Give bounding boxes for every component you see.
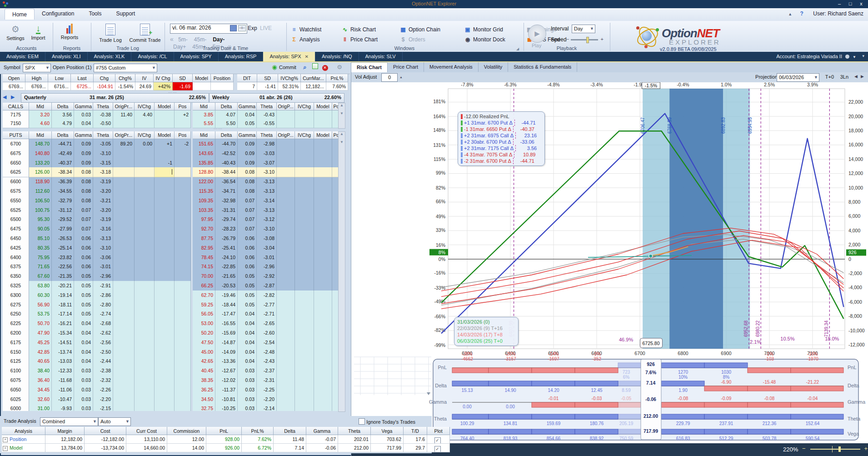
chain-cell[interactable]	[113, 328, 135, 338]
trade-log-button[interactable]: Trade Log	[96, 24, 125, 43]
chain-row-6575[interactable]: 6575112.60-34.550.08-3.20115.35-34.710.0…	[3, 186, 344, 196]
chain-cell[interactable]	[175, 167, 191, 177]
chain-cell[interactable]	[295, 404, 314, 411]
chain-cell[interactable]: -2.91	[93, 281, 113, 291]
chain-cell[interactable]	[135, 253, 155, 263]
chain-cell[interactable]	[175, 119, 191, 128]
chain-row-6325[interactable]: 632563.80-20.210.05-2.9166.25-20.530.05-…	[3, 281, 344, 291]
strike-cell[interactable]: 6225	[3, 319, 29, 329]
chain-cell[interactable]: -14.87	[215, 338, 238, 348]
chain-cell[interactable]: 45.00	[193, 347, 215, 357]
chain-cell[interactable]	[175, 253, 191, 263]
minimize-button[interactable]: –	[834, 0, 844, 7]
chain-cell[interactable]	[113, 319, 135, 329]
chain-cell[interactable]: 0.04	[238, 319, 257, 329]
chain-cell[interactable]	[295, 177, 314, 187]
chain-cell[interactable]	[135, 309, 155, 319]
exp-label[interactable]: Exp	[248, 25, 257, 31]
chain-cell[interactable]: 0.05	[74, 300, 93, 310]
chain-cell[interactable]: -34.71	[215, 186, 238, 196]
analysis-tab-SPX[interactable]: Analysis: SPX✕	[263, 52, 315, 61]
chain-cell[interactable]: 0.06	[238, 234, 257, 244]
chain-cell[interactable]	[155, 149, 175, 159]
windows-button-option-chain[interactable]: ▦Option Chain	[400, 25, 440, 34]
live-label[interactable]: LIVE	[260, 25, 272, 31]
chain-cell[interactable]: 36.25	[193, 385, 215, 395]
chain-cell[interactable]	[155, 119, 175, 128]
chain-cell[interactable]	[295, 262, 314, 272]
chain-cell[interactable]	[277, 234, 295, 244]
chain-cell[interactable]	[113, 347, 135, 357]
chain-cell[interactable]	[277, 338, 295, 348]
chain-cell[interactable]: -18.11	[52, 300, 74, 310]
chain-cell[interactable]	[295, 186, 314, 196]
chain-cell[interactable]	[155, 338, 175, 348]
chain-cell[interactable]: 47.50	[193, 338, 215, 348]
chain-cell[interactable]: -32.98	[215, 196, 238, 206]
chain-cell[interactable]: 87.75	[193, 234, 215, 244]
chain-cell[interactable]	[295, 196, 314, 206]
chain-cell[interactable]: 3.85	[193, 110, 215, 120]
chain-cell[interactable]: -2.38	[93, 366, 113, 376]
chain-cell[interactable]	[314, 356, 332, 366]
chain-cell[interactable]	[155, 309, 175, 319]
chain-row-6175[interactable]: 617545.25-14.510.04-2.5647.50-14.870.04-…	[3, 338, 344, 347]
chain-cell[interactable]: 4.40	[135, 110, 155, 120]
chain-cell[interactable]	[175, 319, 191, 329]
chain-cell[interactable]: -2	[175, 139, 191, 149]
chain-cell[interactable]	[277, 205, 295, 215]
windows-button-price-chart[interactable]: ‖Price Chart	[342, 35, 378, 44]
chain-cell[interactable]	[155, 319, 175, 329]
chain-cell[interactable]: -23.82	[52, 253, 74, 263]
chain-cell[interactable]: 62.70	[193, 291, 215, 301]
chain-row-7175[interactable]: 71753.203.560.03-0.3811.404.40+23.854.07…	[3, 110, 343, 119]
chain-cell[interactable]	[113, 271, 135, 281]
chain-cell[interactable]: 0.03	[238, 366, 257, 376]
speed-slider[interactable]: − +	[571, 39, 598, 40]
chain-cell[interactable]	[314, 404, 332, 411]
chain-cell[interactable]: 118.90	[29, 177, 52, 187]
group-expand-icon[interactable]: ◢	[516, 47, 519, 51]
chain-cell[interactable]: 0.08	[238, 186, 257, 196]
chain-cell[interactable]: -24.10	[215, 253, 238, 263]
chain-cell[interactable]: 53.00	[193, 319, 215, 329]
chain-cell[interactable]	[277, 149, 295, 159]
chain-row-6700[interactable]: 6700148.70-44.710.09-3.0589.200.00+1-215…	[3, 139, 344, 149]
tab-risk-chart[interactable]: Risk Chart	[351, 62, 388, 72]
chain-cell[interactable]	[155, 253, 175, 263]
chain-cell[interactable]: -2.32	[93, 376, 113, 386]
chain-cell[interactable]: -12.33	[52, 366, 74, 376]
chain-cell[interactable]: -29.52	[52, 215, 74, 225]
chain-cell[interactable]: 0.00	[135, 139, 155, 149]
projection-mode-label[interactable]: 3Ln	[840, 74, 848, 80]
chain-cell[interactable]: -2.82	[257, 291, 277, 301]
chain-cell[interactable]	[314, 262, 332, 272]
chain-cell[interactable]	[277, 347, 295, 357]
chain-cell[interactable]	[135, 243, 155, 253]
chain-cell[interactable]: -3.13	[257, 205, 277, 215]
chain-cell[interactable]	[314, 177, 332, 187]
chain-cell[interactable]: -22.85	[215, 262, 238, 272]
chain-cell[interactable]: -32.79	[52, 196, 74, 206]
chain-cell[interactable]: -2.25	[257, 385, 277, 395]
strike-cell[interactable]: 6675	[3, 149, 29, 159]
chain-cell[interactable]	[135, 215, 155, 225]
chain-cell[interactable]	[295, 158, 314, 168]
chain-row-6550[interactable]: 6550106.50-32.790.08-3.21109.35-32.980.0…	[3, 196, 344, 205]
chain-cell[interactable]: 0.03	[74, 404, 93, 411]
strike-cell[interactable]: 6450	[3, 234, 29, 244]
trade-analysis-auto-select[interactable]: Auto▼	[98, 417, 131, 426]
chain-cell[interactable]	[295, 356, 314, 366]
chain-cell[interactable]: 0.04	[238, 347, 257, 357]
chain-cell[interactable]	[113, 262, 135, 272]
chain-cell[interactable]: -16.21	[52, 319, 74, 329]
chain-cell[interactable]: -3.05	[93, 139, 113, 149]
chain-cell[interactable]	[277, 158, 295, 168]
chain-cell[interactable]	[314, 186, 332, 196]
chain-cell[interactable]	[155, 196, 175, 206]
chain-cell[interactable]: -44.71	[52, 139, 74, 149]
tab-scroll-icons[interactable]: ▾	[862, 54, 864, 58]
chain-cell[interactable]: 0.09	[238, 139, 257, 149]
chain-cell[interactable]: -22.56	[52, 262, 74, 272]
commit-icon[interactable]: ◉	[270, 63, 279, 71]
